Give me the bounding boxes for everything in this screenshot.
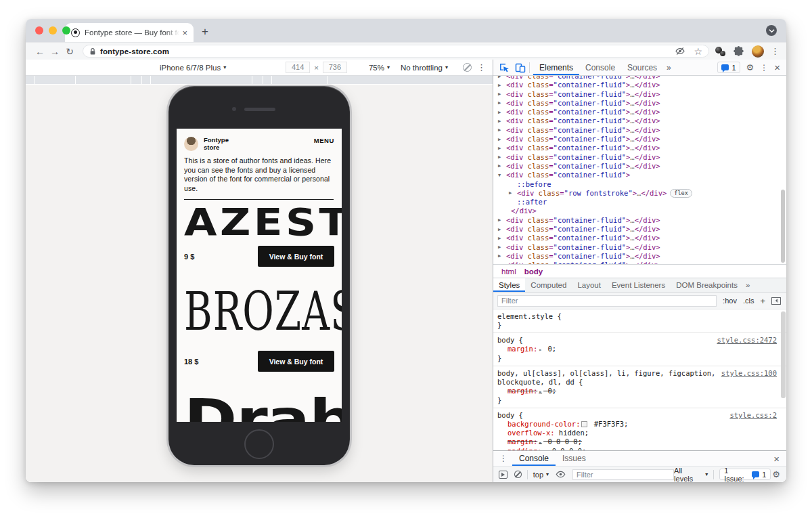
bookmark-star-icon[interactable]: ☆	[694, 47, 702, 56]
media-query-segment[interactable]	[35, 76, 75, 84]
browser-tab[interactable]: Fontype store — Buy font for s ×	[65, 23, 194, 42]
drawer-close-icon[interactable]: ×	[773, 453, 780, 465]
media-query-segment[interactable]	[151, 76, 252, 84]
disclosure-triangle-icon[interactable]: ▶	[498, 108, 501, 117]
media-query-segment[interactable]	[263, 76, 271, 84]
new-tab-button[interactable]: +	[202, 25, 208, 39]
back-button[interactable]: ←	[32, 46, 47, 57]
execution-context-select[interactable]: top ▾	[533, 471, 549, 479]
disclosure-triangle-icon[interactable]: ▼	[498, 171, 501, 180]
disclosure-triangle-icon[interactable]: ▶	[498, 162, 501, 171]
drawer-menu-icon[interactable]: ⋮	[499, 454, 508, 463]
menu-link[interactable]: MENU	[314, 137, 334, 144]
stylesheet-link[interactable]: style.css:100	[721, 369, 777, 378]
css-declaration[interactable]: margin:▸ 0;	[497, 387, 777, 396]
dom-tree-row[interactable]: ▶<div class="container-fluid">…</div>	[493, 234, 786, 242]
tab-dom-breakpoints[interactable]: DOM Breakpoints	[671, 278, 743, 292]
extension-spheres-icon[interactable]	[715, 46, 725, 57]
css-declaration[interactable]: margin:▸ 0;	[497, 345, 777, 354]
tab-elements[interactable]: Elements	[533, 60, 579, 75]
css-declaration[interactable]: margin:▸ 0 0 0 0;	[497, 437, 777, 447]
browser-menu-icon[interactable]: ⋮	[771, 46, 780, 56]
disclosure-triangle-icon[interactable]: ▶	[498, 117, 501, 126]
dom-close-row[interactable]: </div>	[493, 207, 786, 215]
height-input[interactable]: 736	[323, 62, 347, 73]
media-query-segment[interactable]	[76, 76, 131, 84]
disclosure-triangle-icon[interactable]: ▶	[498, 144, 501, 153]
toggle-class-button[interactable]: .cls	[743, 297, 754, 305]
maximize-window-button[interactable]	[62, 26, 70, 35]
tab-layout[interactable]: Layout	[572, 278, 606, 292]
close-window-button[interactable]	[35, 26, 43, 35]
dom-tree-row[interactable]: ▼<div class="container-fluid">	[493, 171, 786, 179]
dom-tree-row[interactable]: ▶<div class="container-fluid">…</div>	[493, 243, 786, 252]
breadcrumb-html[interactable]: html	[497, 267, 520, 276]
expand-triangle-icon[interactable]: ▸	[539, 347, 542, 353]
tab-styles[interactable]: Styles	[493, 278, 525, 292]
styles-scrollbar[interactable]	[781, 311, 786, 398]
view-buy-button[interactable]: View & Buy font	[258, 351, 334, 372]
dom-tree-row[interactable]: ▶<div class="container-fluid">…</div>	[493, 116, 786, 125]
css-declaration[interactable]: padding:▸ 0 0 0 0;	[497, 447, 777, 450]
expand-triangle-icon[interactable]: ▸	[543, 449, 547, 450]
view-buy-button[interactable]: View & Buy font	[258, 246, 334, 267]
tab-event-listeners[interactable]: Event Listeners	[606, 278, 671, 292]
dom-tree-row[interactable]: ▶<div class="container-fluid">…</div>	[493, 252, 786, 261]
inspect-element-icon[interactable]	[499, 62, 510, 73]
css-declaration[interactable]: background-color: #F3F3F3;	[497, 420, 777, 429]
dom-tree-row[interactable]: ▶<div class="container-fluid">…</div>	[493, 126, 786, 135]
live-expression-eye-icon[interactable]	[556, 471, 566, 478]
devtools-close-icon[interactable]: ×	[774, 62, 780, 72]
disclosure-triangle-icon[interactable]: ▶	[498, 126, 501, 135]
profile-avatar[interactable]	[752, 45, 764, 58]
disclosure-triangle-icon[interactable]: ▶	[498, 135, 501, 144]
dom-tree-row[interactable]: ▶<div class="container-fluid">…</div>	[493, 90, 786, 99]
dom-tree-row[interactable]: ▶<div class="container-fluid">…</div>	[493, 216, 786, 225]
width-input[interactable]: 414	[286, 62, 310, 73]
puzzle-extensions-icon[interactable]	[734, 46, 744, 56]
styles-filter-input[interactable]	[497, 295, 717, 307]
tab-console[interactable]: Console	[579, 60, 621, 75]
dom-pseudo-row[interactable]: ::after	[493, 198, 786, 207]
drawer-tab-issues[interactable]: Issues	[556, 451, 593, 466]
new-style-rule-button[interactable]: +	[760, 296, 765, 306]
console-settings-icon[interactable]: ⚙	[772, 469, 780, 479]
color-swatch[interactable]	[581, 421, 587, 427]
console-sidebar-toggle-icon[interactable]	[499, 471, 508, 479]
dom-tree-row[interactable]: ▶<div class="container-fluid">…</div>	[493, 135, 786, 144]
tab-computed[interactable]: Computed	[525, 278, 572, 292]
media-query-segment[interactable]	[131, 76, 141, 84]
more-sidebar-tabs-button[interactable]: »	[743, 281, 752, 289]
css-declaration[interactable]: overflow-x: hidden;	[497, 429, 777, 437]
tab-sources[interactable]: Sources	[621, 60, 663, 75]
dom-tree-row[interactable]: ▶<div class="container-fluid">…</div>	[493, 153, 786, 162]
expand-triangle-icon[interactable]: ▸	[539, 439, 542, 446]
forward-button[interactable]: →	[47, 46, 62, 57]
media-query-segment[interactable]	[272, 76, 327, 84]
toggle-hover-state-button[interactable]: :hov	[723, 297, 737, 305]
media-query-bar[interactable]	[26, 76, 493, 85]
zoom-select[interactable]: 75% ▾	[369, 64, 390, 72]
eye-off-icon[interactable]	[675, 47, 685, 56]
console-filter-input[interactable]	[572, 469, 674, 480]
tab-close-icon[interactable]: ×	[182, 28, 187, 38]
disclosure-triangle-icon[interactable]: ▶	[498, 99, 501, 108]
clear-console-icon[interactable]	[514, 471, 522, 478]
reload-button[interactable]: ↻	[62, 46, 77, 57]
dom-tree-row[interactable]: ▶<div class="container-fluid">…</div>	[493, 261, 786, 264]
expand-triangle-icon[interactable]: ▸	[539, 389, 542, 395]
dom-tree-row[interactable]: ▶<div class="container-fluid">…</div>	[493, 225, 786, 234]
disclosure-triangle-icon[interactable]: ▶	[509, 189, 512, 198]
disclosure-triangle-icon[interactable]: ▶	[498, 225, 501, 234]
disclosure-triangle-icon[interactable]: ▶	[498, 81, 501, 90]
dom-tree-row[interactable]: ▶<div class="container-fluid">…</div>	[493, 99, 786, 108]
dom-pseudo-row[interactable]: ::before	[493, 180, 786, 189]
more-tabs-button[interactable]: »	[663, 63, 675, 72]
disclosure-triangle-icon[interactable]: ▶	[498, 243, 501, 252]
address-bar[interactable]: fontype-store.com ☆	[83, 45, 709, 58]
device-toolbar-menu-icon[interactable]: ⋮	[477, 62, 486, 72]
disclosure-triangle-icon[interactable]: ▶	[498, 90, 501, 99]
disclosure-triangle-icon[interactable]: ▶	[498, 252, 501, 261]
dom-tree-row[interactable]: ▶<div class="container-fluid">…</div>	[493, 81, 786, 89]
drawer-tab-console[interactable]: Console	[512, 451, 556, 466]
